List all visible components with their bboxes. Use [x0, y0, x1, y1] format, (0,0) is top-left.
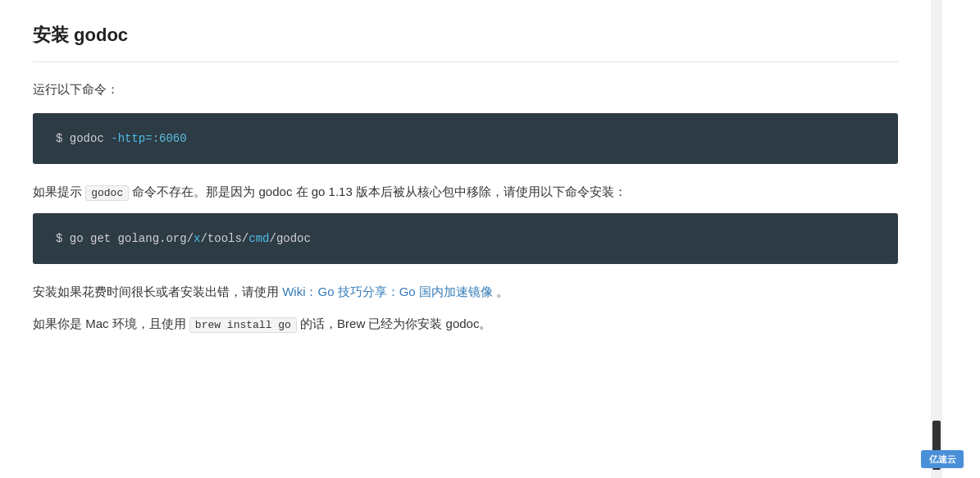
code1-prompt: $ [56, 132, 70, 145]
section3-line2-after: 的话，Brew 已经为你安装 godoc。 [297, 316, 492, 330]
main-content: 安装 godoc 运行以下命令： $ godoc -http=:6060 如果提… [0, 0, 931, 478]
section3-line1: 安装如果花费时间很长或者安装出错，请使用 Wiki：Go 技巧分享：Go 国内加… [33, 280, 898, 303]
brew-install-go-code: brew install go [189, 317, 297, 333]
section2-inline-code: godoc [85, 185, 129, 201]
code2-part1: go get golang.org/ [70, 232, 194, 245]
code1-command-plain: godoc [70, 132, 111, 145]
code2-prompt: $ [56, 232, 70, 245]
section2-text-before: 如果提示 [33, 184, 85, 198]
watermark-text: 亿速云 [929, 452, 956, 467]
watermark: 亿速云 [921, 450, 964, 468]
code-block-1: $ godoc -http=:6060 [33, 113, 898, 164]
code2-part5: /godoc [269, 232, 310, 245]
section3-line2-before: 如果你是 Mac 环境，且使用 [33, 316, 189, 330]
code2-part3: /tools/ [200, 232, 248, 245]
section1-intro: 运行以下命令： [33, 79, 898, 100]
page-wrapper: 安装 godoc 运行以下命令： $ godoc -http=:6060 如果提… [0, 0, 980, 478]
section2-text-after: 命令不存在。那是因为 godoc 在 go 1.13 版本后被从核心包中移除，请… [129, 184, 627, 198]
code-block-2: $ go get golang.org/x/tools/cmd/godoc [33, 213, 898, 264]
code2-part4: cmd [248, 232, 269, 245]
page-title: 安装 godoc [33, 20, 898, 62]
section2-text: 如果提示 godoc 命令不存在。那是因为 godoc 在 go 1.13 版本… [33, 180, 898, 203]
watermark-logo: 亿速云 [921, 450, 964, 468]
section3-line1-after: 。 [493, 285, 508, 298]
section3-line1-before: 安装如果花费时间很长或者安装出错，请使用 [33, 285, 282, 298]
scrollbar[interactable] [931, 0, 942, 478]
section3-line2: 如果你是 Mac 环境，且使用 brew install go 的话，Brew … [33, 312, 898, 335]
wiki-link[interactable]: Wiki：Go 技巧分享：Go 国内加速镜像 [282, 285, 493, 298]
code1-command-port: :6060 [153, 132, 187, 145]
code1-command-flag: -http= [111, 132, 152, 145]
